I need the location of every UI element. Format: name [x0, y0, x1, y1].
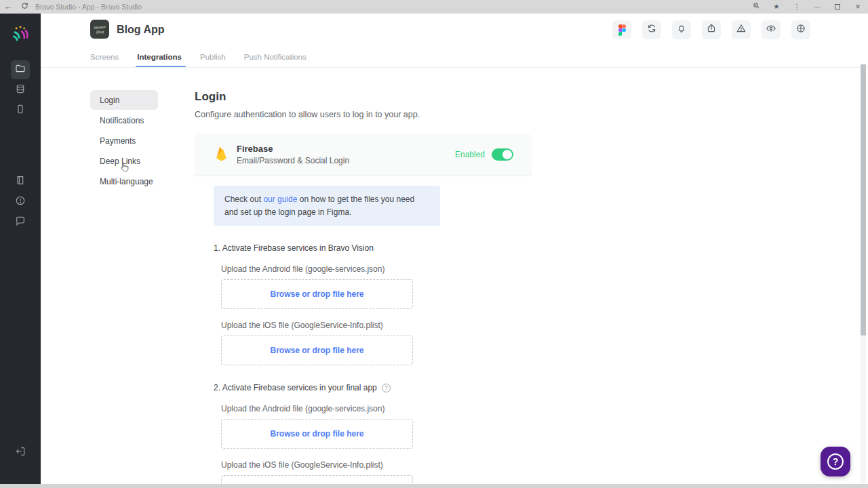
- main-content: Login Configure authentication to allow …: [195, 90, 532, 488]
- bell-icon: [676, 23, 687, 37]
- dropzone-text: Browse or drop file here: [270, 346, 363, 355]
- firebase-integration-card: Firebase Email/Password & Social Login E…: [195, 134, 532, 488]
- firebase-card-body: Check out our guide on how to get the fi…: [195, 176, 532, 488]
- toggle-knob: [502, 150, 512, 159]
- extension-icon[interactable]: ★: [766, 0, 787, 14]
- integration-name: Firebase: [237, 144, 349, 154]
- upload-label-android-2: Upload the Android file (google-services…: [221, 404, 532, 413]
- app-thumbnail: Master Blog: [90, 20, 109, 39]
- reload-icon[interactable]: [16, 0, 33, 14]
- dropzone-ios-1[interactable]: Browse or drop file here: [221, 336, 413, 365]
- browser-menu-icon[interactable]: ⋮: [787, 0, 807, 14]
- window-bottom-edge: [0, 484, 868, 488]
- share-icon: [706, 23, 717, 37]
- guide-link[interactable]: our guide: [263, 195, 297, 204]
- back-icon[interactable]: ←: [0, 0, 16, 14]
- upload-label-ios-1: Upload the iOS file (GoogleService-Info.…: [221, 321, 532, 330]
- question-mark-icon: ?: [827, 453, 844, 470]
- alerts-button[interactable]: [732, 20, 751, 39]
- app-tabs: Screens Integrations Publish Push Notifi…: [90, 53, 307, 68]
- section-heading: Login: [195, 90, 532, 104]
- dropzone-text: Browse or drop file here: [270, 289, 363, 299]
- sync-button[interactable]: [642, 20, 661, 39]
- firebase-toggle[interactable]: [492, 148, 513, 161]
- integration-description: Email/Password & Social Login: [237, 156, 349, 165]
- integrations-nav: Login Notifications Payments Deep Links …: [90, 90, 158, 192]
- close-button[interactable]: ×: [848, 0, 868, 14]
- sidebar-item-data[interactable]: [11, 81, 30, 100]
- upload-group: Upload the Android file (google-services…: [221, 264, 532, 365]
- settings-button[interactable]: [791, 20, 810, 39]
- logout-icon: [15, 446, 26, 460]
- dropzone-android-1[interactable]: Browse or drop file here: [221, 279, 413, 309]
- section-2-title-text: 2. Activate Firebase services in your fi…: [214, 383, 377, 392]
- sidebar-item-logout[interactable]: [11, 443, 30, 462]
- eye-icon: [766, 23, 776, 37]
- firebase-icon: [215, 145, 228, 164]
- zoom-icon[interactable]: [746, 0, 766, 14]
- preview-button[interactable]: [762, 20, 781, 39]
- page-title: Blog App: [117, 24, 165, 36]
- app-thumbnail-label: Master Blog: [90, 24, 109, 35]
- nav-item-notifications[interactable]: Notifications: [90, 110, 158, 130]
- header-divider: [41, 67, 868, 68]
- guide-note: Check out our guide on how to get the fi…: [214, 186, 440, 226]
- dropzone-android-2[interactable]: Browse or drop file here: [221, 419, 413, 449]
- tab-integrations[interactable]: Integrations: [137, 53, 182, 68]
- sidebar-item-docs[interactable]: [11, 172, 30, 191]
- section-1-title-text: 1. Activate Firebase services in Bravo V…: [214, 243, 374, 253]
- upload-label-ios-2: Upload the iOS file (GoogleService-Info.…: [221, 460, 532, 470]
- dropzone-text: Browse or drop file here: [270, 429, 363, 439]
- app-sidebar: [0, 14, 41, 484]
- help-tooltip-icon[interactable]: ?: [382, 384, 391, 392]
- firebase-card-header: Firebase Email/Password & Social Login E…: [195, 134, 532, 176]
- tab-push-notifications[interactable]: Push Notifications: [244, 53, 307, 68]
- folder-icon: [15, 63, 26, 77]
- maximize-button[interactable]: [827, 4, 848, 9]
- mouse-cursor-icon: [119, 161, 130, 176]
- section-2-title: 2. Activate Firebase services in your fi…: [214, 383, 532, 392]
- sidebar-item-feedback[interactable]: [11, 213, 30, 232]
- browser-tab-title: Bravo Studio - App - Bravo Studio: [35, 3, 142, 11]
- notifications-button[interactable]: [672, 20, 691, 39]
- settings-icon: [795, 23, 806, 37]
- section-1-title: 1. Activate Firebase services in Bravo V…: [214, 243, 532, 253]
- chat-bubble-icon: [15, 216, 26, 229]
- minimize-button[interactable]: —: [807, 0, 827, 14]
- sidebar-item-projects[interactable]: [11, 60, 30, 79]
- sync-icon: [646, 23, 657, 37]
- phone-icon: [15, 104, 26, 117]
- bravo-studio-window: ← Bravo Studio - App - Bravo Studio ★ ⋮ …: [0, 0, 868, 488]
- nav-item-payments[interactable]: Payments: [90, 131, 158, 150]
- bravo-logo-icon[interactable]: [11, 24, 30, 43]
- info-circle-icon: [15, 195, 26, 209]
- upload-label-android-1: Upload the Android file (google-services…: [221, 264, 532, 274]
- figma-button[interactable]: [612, 20, 631, 39]
- upload-group: Upload the Android file (google-services…: [221, 404, 532, 488]
- guide-note-text-before: Check out: [224, 195, 263, 204]
- sidebar-item-preview[interactable]: [11, 101, 30, 120]
- help-button[interactable]: ?: [821, 447, 850, 476]
- tab-screens[interactable]: Screens: [90, 53, 119, 68]
- browser-titlebar: ← Bravo Studio - App - Bravo Studio ★ ⋮ …: [0, 0, 868, 14]
- nav-item-login[interactable]: Login: [90, 90, 158, 110]
- figma-icon: [618, 24, 626, 35]
- sidebar-item-info[interactable]: [11, 192, 30, 211]
- warning-triangle-icon: [736, 23, 747, 37]
- share-button[interactable]: [702, 20, 721, 39]
- status-label: Enabled: [455, 150, 485, 159]
- scrollbar-track[interactable]: [861, 64, 866, 484]
- book-icon: [15, 175, 26, 188]
- tab-publish[interactable]: Publish: [200, 53, 226, 68]
- database-icon: [15, 83, 26, 97]
- section-subtitle: Configure authentication to allow users …: [195, 110, 532, 119]
- scrollbar-thumb[interactable]: [861, 64, 866, 336]
